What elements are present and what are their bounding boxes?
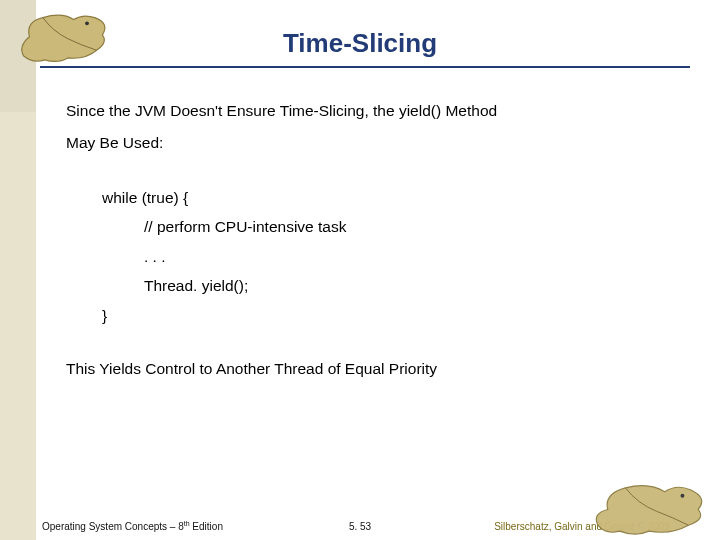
- code-line: . . .: [144, 242, 686, 271]
- title-underline: [40, 66, 690, 68]
- intro-line-1: Since the JVM Doesn't Ensure Time-Slicin…: [66, 100, 686, 122]
- slide-title: Time-Slicing: [40, 28, 680, 59]
- slide-header: Time-Slicing: [40, 0, 680, 59]
- slide: Time-Slicing Since the JVM Doesn't Ensur…: [0, 0, 720, 540]
- outro-line: This Yields Control to Another Thread of…: [66, 358, 686, 380]
- code-line: while (true) {: [102, 183, 686, 212]
- intro-line-2: May Be Used:: [66, 132, 686, 154]
- slide-body: Since the JVM Doesn't Ensure Time-Slicin…: [66, 100, 686, 396]
- code-line: Thread. yield();: [144, 271, 686, 300]
- dinosaur-icon: [592, 478, 710, 534]
- code-line: // perform CPU-intensive task: [144, 212, 686, 241]
- code-block: while (true) { // perform CPU-intensive …: [102, 183, 686, 330]
- decoration-side-stripe: [0, 112, 36, 540]
- code-line: }: [102, 301, 686, 330]
- svg-point-1: [681, 494, 685, 498]
